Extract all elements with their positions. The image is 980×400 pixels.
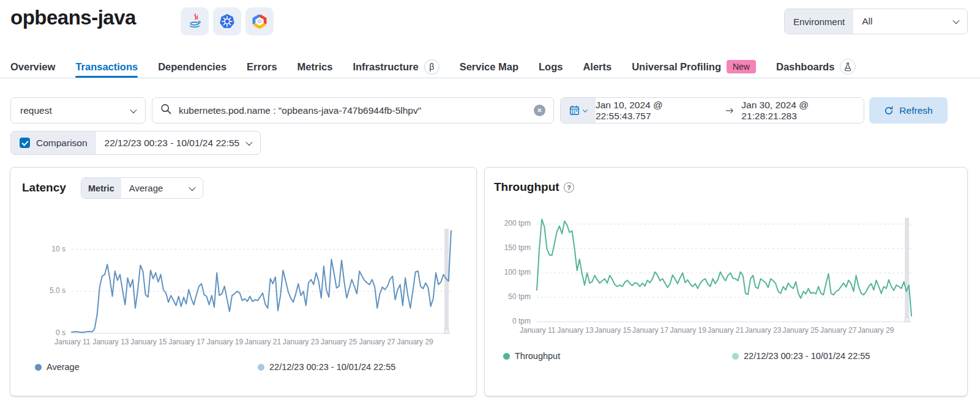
environment-value[interactable]: All xyxy=(853,9,967,34)
throughput-plot[interactable] xyxy=(537,218,911,322)
y-axis-tick-label: 0 s xyxy=(56,328,65,337)
chevron-down-icon xyxy=(583,107,588,112)
legend-label: 22/12/23 00:23 - 10/01/24 22:55 xyxy=(269,362,395,372)
latency-title: Latency xyxy=(22,181,66,194)
x-axis-tick-label: January 25 xyxy=(321,338,357,346)
transaction-type-select[interactable]: request xyxy=(10,97,146,124)
tab-metrics[interactable]: Metrics xyxy=(297,56,333,77)
throughput-title: Throughput xyxy=(494,180,559,194)
tech-badges xyxy=(181,7,274,35)
tab-dashboards[interactable]: Dashboards xyxy=(776,56,856,77)
tab-errors[interactable]: Errors xyxy=(247,56,277,77)
date-range-picker[interactable]: Jan 10, 2024 @ 22:55:43.757 Jan 30, 2024… xyxy=(560,97,864,124)
y-axis-tick-label: 200 tpm xyxy=(504,219,531,228)
tabs-divider xyxy=(0,78,980,78)
date-picker-menu-button[interactable] xyxy=(561,98,596,123)
y-axis-tick-label: 50 tpm xyxy=(508,292,531,301)
x-axis-tick-label: January 29 xyxy=(858,326,894,335)
comparison-control: Comparison 22/12/23 00:23 - 10/01/24 22:… xyxy=(10,131,261,155)
legend-label: Average xyxy=(47,362,80,372)
tab-service-map[interactable]: Service Map xyxy=(460,56,518,77)
chevron-down-icon xyxy=(189,183,195,190)
legend-item-comparison[interactable]: 22/12/23 00:23 - 10/01/24 22:55 xyxy=(732,351,870,361)
tech-preview-flask-icon xyxy=(840,59,856,75)
x-axis-tick-label: January 11 xyxy=(520,326,555,335)
help-icon[interactable] xyxy=(564,182,574,193)
latency-metric-select: Metric Average xyxy=(81,177,203,199)
legend-dot xyxy=(258,364,264,371)
tab-alerts[interactable]: Alerts xyxy=(583,56,612,77)
date-range-display: Jan 10, 2024 @ 22:55:43.757 Jan 30, 2024… xyxy=(596,100,864,122)
legend-item-average[interactable]: Average xyxy=(35,362,80,372)
current-time-marker xyxy=(905,218,909,322)
y-axis-tick-label: 0 tpm xyxy=(512,317,531,325)
arrow-right-icon xyxy=(725,106,735,115)
legend-dot xyxy=(503,353,510,360)
tab-dependencies[interactable]: Dependencies xyxy=(158,56,226,77)
search-icon xyxy=(160,103,172,117)
x-axis-tick-label: January 29 xyxy=(397,338,433,346)
metric-current: Average xyxy=(129,183,163,193)
throughput-panel: Throughput 0 tpm50 tpm100 tpm150 tpm200 … xyxy=(484,167,968,396)
new-badge: New xyxy=(727,60,756,73)
legend-dot xyxy=(35,364,42,371)
series-line-average xyxy=(72,231,451,332)
y-axis-tick-label: 150 tpm xyxy=(504,243,531,252)
x-axis-tick-label: January 25 xyxy=(782,326,818,335)
legend-label: Throughput xyxy=(515,351,560,361)
x-axis-tick-label: January 21 xyxy=(245,338,281,346)
java-icon xyxy=(181,7,209,35)
x-axis-tick-label: January 21 xyxy=(708,326,744,335)
metric-label: Metric xyxy=(81,178,121,198)
latency-plot[interactable] xyxy=(72,229,451,333)
tab-universal-profiling[interactable]: Universal Profiling New xyxy=(632,56,756,77)
beta-badge: β xyxy=(424,59,440,75)
kql-search-input[interactable]: kubernetes.pod.name : "opbeans-java-747b… xyxy=(152,97,554,124)
refresh-icon xyxy=(884,106,894,116)
legend-item-throughput[interactable]: Throughput xyxy=(503,351,560,361)
y-axis-tick-label: 100 tpm xyxy=(504,268,531,276)
date-start[interactable]: Jan 10, 2024 @ 22:55:43.757 xyxy=(596,100,718,122)
x-axis-tick-label: January 23 xyxy=(745,326,781,335)
x-axis-tick-label: January 19 xyxy=(670,326,706,335)
clear-search-icon[interactable] xyxy=(534,105,545,116)
refresh-button[interactable]: Refresh xyxy=(869,97,948,124)
series-line-throughput xyxy=(537,219,911,316)
legend-item-comparison[interactable]: 22/12/23 00:23 - 10/01/24 22:55 xyxy=(258,362,395,372)
x-axis-tick-label: January 11 xyxy=(54,338,90,346)
refresh-label: Refresh xyxy=(899,105,932,116)
x-axis-tick-label: January 17 xyxy=(168,338,204,346)
comparison-label: Comparison xyxy=(36,138,88,149)
comparison-range-value: 22/12/23 00:23 - 10/01/24 22:55 xyxy=(105,138,240,149)
y-axis-tick-label: 5.0 s xyxy=(50,286,65,295)
chevron-down-icon xyxy=(246,138,253,145)
date-end[interactable]: Jan 30, 2024 @ 21:28:21.283 xyxy=(741,100,864,122)
x-axis-tick-label: January 23 xyxy=(283,338,319,346)
chevron-down-icon xyxy=(130,106,137,113)
tab-infrastructure[interactable]: Infrastructure β xyxy=(353,56,439,77)
search-query-value: kubernetes.pod.name : "opbeans-java-747b… xyxy=(179,105,421,116)
tab-transactions[interactable]: Transactions xyxy=(75,56,138,77)
tab-overview[interactable]: Overview xyxy=(10,56,55,77)
tab-logs[interactable]: Logs xyxy=(539,56,563,77)
comparison-range-select[interactable]: 22/12/23 00:23 - 10/01/24 22:55 xyxy=(96,131,261,154)
comparison-toggle[interactable]: Comparison xyxy=(11,131,96,154)
page-title: opbeans-java xyxy=(10,6,136,29)
transaction-type-value: request xyxy=(20,105,52,116)
x-axis-tick-label: January 17 xyxy=(632,326,668,335)
marker-handle[interactable] xyxy=(444,329,449,333)
marker-handle[interactable] xyxy=(905,317,909,322)
throughput-chart: 0 tpm50 tpm100 tpm150 tpm200 tpmJanuary … xyxy=(537,218,911,322)
calendar-icon xyxy=(569,105,580,116)
environment-label: Environment xyxy=(785,9,853,34)
y-axis-tick-label: 10 s xyxy=(51,245,65,253)
x-axis-tick-label: January 15 xyxy=(130,338,166,346)
environment-current: All xyxy=(862,16,872,27)
apm-service-page: opbeans-java xyxy=(0,0,980,400)
metric-value[interactable]: Average xyxy=(121,178,203,198)
environment-select[interactable]: Environment All xyxy=(784,9,968,34)
service-tabs: Overview Transactions Dependencies Error… xyxy=(10,56,856,77)
comparison-checkbox[interactable] xyxy=(20,138,30,148)
latency-chart: 0 s5.0 s10 sJanuary 11January 13January … xyxy=(72,229,451,333)
gcp-icon xyxy=(245,7,274,35)
